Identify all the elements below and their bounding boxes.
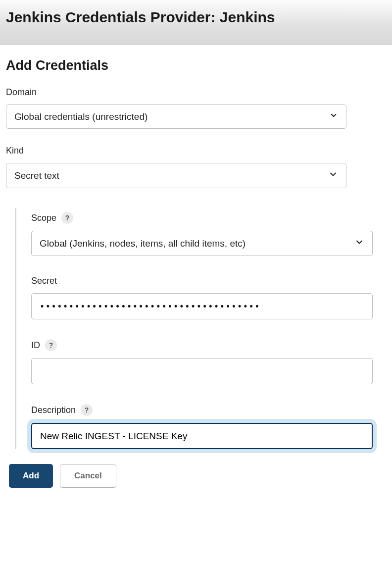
id-text-field[interactable]	[40, 366, 364, 377]
description-label: Description	[31, 405, 76, 415]
help-icon[interactable]: ?	[61, 212, 73, 224]
description-field-group: Description ?	[31, 404, 386, 449]
domain-selected-value: Global credentials (unrestricted)	[14, 111, 147, 122]
add-button[interactable]: Add	[9, 464, 53, 488]
cancel-button[interactable]: Cancel	[60, 464, 116, 488]
help-icon[interactable]: ?	[45, 339, 57, 351]
help-icon[interactable]: ?	[81, 404, 93, 416]
chevron-down-icon	[329, 111, 338, 122]
kind-selected-value: Secret text	[14, 170, 59, 181]
domain-field-group: Domain Global credentials (unrestricted)	[6, 87, 386, 129]
scope-select[interactable]: Global (Jenkins, nodes, items, all child…	[31, 231, 373, 256]
scope-label: Scope	[31, 213, 56, 223]
id-input[interactable]	[31, 358, 373, 384]
id-label: ID	[31, 340, 40, 351]
description-text-field[interactable]	[40, 431, 364, 442]
secret-text-config: Scope ? Global (Jenkins, nodes, items, a…	[15, 208, 386, 449]
secret-input[interactable]: ••••••••••••••••••••••••••••••••••••••	[31, 293, 373, 319]
kind-field-group: Kind Secret text	[6, 146, 386, 188]
chevron-down-icon	[328, 169, 338, 182]
kind-select[interactable]: Secret text	[6, 163, 346, 188]
domain-label: Domain	[6, 87, 386, 98]
modal-header: Jenkins Credentials Provider: Jenkins	[0, 0, 392, 45]
scope-field-group: Scope ? Global (Jenkins, nodes, items, a…	[31, 212, 386, 256]
kind-label: Kind	[6, 146, 386, 156]
domain-select[interactable]: Global credentials (unrestricted)	[6, 104, 346, 129]
section-title: Add Credentials	[6, 58, 386, 73]
secret-masked-value: ••••••••••••••••••••••••••••••••••••••	[40, 302, 260, 311]
action-buttons: Add Cancel	[0, 449, 392, 498]
secret-label: Secret	[31, 276, 386, 286]
credentials-form: Domain Global credentials (unrestricted)…	[0, 87, 392, 449]
scope-selected-value: Global (Jenkins, nodes, items, all child…	[40, 238, 245, 249]
secret-field-group: Secret •••••••••••••••••••••••••••••••••…	[31, 276, 386, 319]
id-field-group: ID ?	[31, 339, 386, 384]
chevron-down-icon	[354, 237, 364, 250]
description-input[interactable]	[31, 423, 373, 449]
modal-title: Jenkins Credentials Provider: Jenkins	[6, 9, 386, 26]
